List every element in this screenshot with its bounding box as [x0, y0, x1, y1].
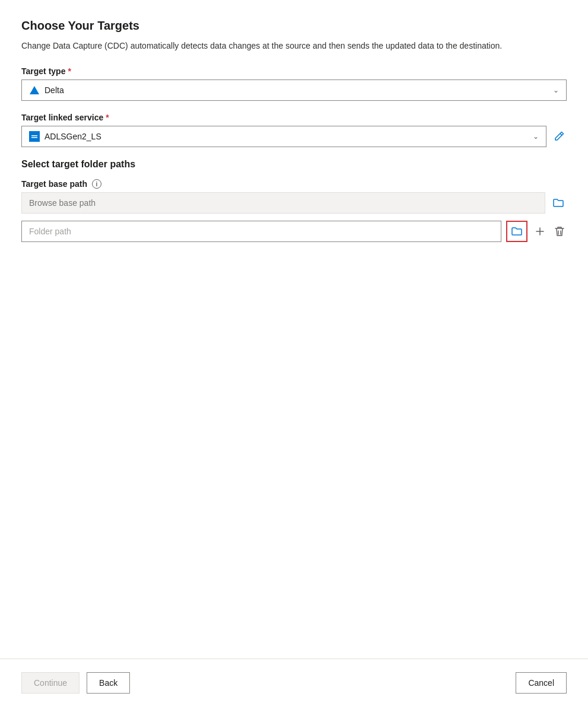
- folder-path-icon: [511, 225, 523, 237]
- base-path-input[interactable]: [21, 192, 545, 214]
- target-linked-service-dropdown-content: ADLSGen2_LS: [29, 131, 539, 142]
- info-icon: i: [92, 179, 101, 189]
- target-linked-service-dropdown[interactable]: ADLSGen2_LS ⌄: [21, 126, 546, 147]
- page-description: Change Data Capture (CDC) automatically …: [21, 40, 532, 52]
- pencil-icon: [554, 131, 564, 142]
- adls-icon: [29, 131, 40, 142]
- edit-linked-service-button[interactable]: [551, 129, 567, 144]
- target-type-chevron-icon: ⌄: [553, 86, 559, 94]
- target-type-value: Delta: [45, 85, 64, 95]
- select-target-folder-section: Select target folder paths Target base p…: [21, 159, 567, 242]
- page-container: Choose Your Targets Change Data Capture …: [0, 0, 588, 653]
- section-title: Select target folder paths: [21, 159, 567, 170]
- target-type-label: Target type *: [21, 66, 567, 76]
- delta-icon: [29, 85, 40, 96]
- folder-path-input[interactable]: [21, 221, 501, 242]
- folder-path-browse-button[interactable]: [506, 221, 527, 242]
- delete-icon: [555, 226, 564, 237]
- target-type-dropdown[interactable]: Delta ⌄: [21, 79, 567, 101]
- svg-rect-2: [31, 137, 37, 138]
- target-linked-service-section: Target linked service * ADLSGen2_LS ⌄: [21, 113, 567, 147]
- page-title: Choose Your Targets: [21, 19, 567, 33]
- target-linked-service-required: *: [106, 113, 109, 122]
- base-path-row: [21, 192, 567, 214]
- target-linked-service-chevron-icon: ⌄: [533, 132, 539, 141]
- target-linked-service-dropdown-wrapper: ADLSGen2_LS ⌄: [21, 126, 567, 147]
- delete-folder-path-button[interactable]: [552, 224, 567, 239]
- browse-folder-icon: [552, 197, 564, 209]
- target-type-required: *: [68, 66, 71, 76]
- target-base-path-label: Target base path i: [21, 179, 567, 189]
- add-folder-path-button[interactable]: [532, 224, 548, 239]
- svg-rect-1: [31, 135, 37, 136]
- target-linked-service-value: ADLSGen2_LS: [45, 132, 101, 141]
- continue-button: Continue: [21, 672, 80, 694]
- target-type-dropdown-wrapper: Delta ⌄: [21, 79, 567, 101]
- browse-base-path-button[interactable]: [550, 195, 567, 211]
- target-type-section: Target type * Delta ⌄: [21, 66, 567, 101]
- folder-path-row: [21, 221, 567, 242]
- footer-bar: Continue Back Cancel: [0, 659, 588, 706]
- cancel-button[interactable]: Cancel: [516, 672, 567, 694]
- target-type-dropdown-content: Delta: [29, 85, 559, 96]
- target-linked-service-label: Target linked service *: [21, 113, 567, 122]
- add-icon: [535, 226, 545, 237]
- svg-rect-0: [31, 133, 38, 140]
- back-button[interactable]: Back: [87, 672, 130, 694]
